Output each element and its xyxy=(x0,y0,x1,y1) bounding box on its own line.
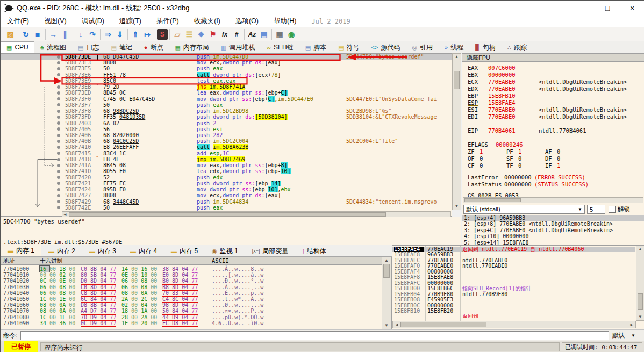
argument-count-stepper[interactable]: 5 ▲▼ xyxy=(587,205,605,214)
tab-breakpoints[interactable]: ●断点 xyxy=(138,41,169,53)
disasm-row[interactable]: 5D8F74278B08mov ecx,dword ptr ds:[eax] xyxy=(1,192,452,198)
disasm-row[interactable]: 5D8F73F0C745 0C E047C45Dmov dword ptr ss… xyxy=(1,96,452,102)
menu-item-4[interactable]: 插件(P) xyxy=(156,17,179,26)
breakpoint-dot[interactable] xyxy=(57,121,60,125)
argument-row[interactable]: 5: [esp+14] 15E8FAE8 xyxy=(462,240,644,245)
breakpoint-dot[interactable] xyxy=(57,182,60,185)
disasm-row[interactable]: 5D8F73F868 98BDC25Dpush im.5DC2BD985DC2B… xyxy=(1,108,452,114)
stop-icon[interactable]: ■ xyxy=(32,29,44,40)
tab-dump-3[interactable]: ▬内存 3 xyxy=(82,246,123,256)
breakpoint-dot[interactable] xyxy=(57,55,60,59)
close-button[interactable]: × xyxy=(620,1,644,16)
argument-row[interactable]: 2: [esp+8] 770EABE0 <ntdll.DbgUiRemoteBr… xyxy=(462,221,644,227)
stack-row[interactable]: 返回到 xyxy=(392,314,635,318)
run-until-icon[interactable]: ⇑ xyxy=(130,29,141,40)
breakpoint-dot[interactable] xyxy=(57,158,60,161)
breakpoint-dot[interactable] xyxy=(57,134,60,137)
tab-source[interactable]: <>源代码 xyxy=(366,41,406,53)
registers-hscrollbar[interactable] xyxy=(463,197,643,203)
disasm-row[interactable]: 5D8F741A8B45 08mov eax,dword ptr ss:[ebp… xyxy=(1,162,452,168)
disassembly-vscrollbar[interactable]: ▲ ▼ xyxy=(452,53,461,210)
tab-dump-4[interactable]: ▬内存 4 xyxy=(123,246,164,256)
disasm-row[interactable]: 5D8F740556push esi xyxy=(1,126,452,132)
menu-item-3[interactable]: 追踪(T) xyxy=(119,17,141,26)
comment-icon[interactable]: ☰ xyxy=(183,29,195,40)
disasm-row[interactable]: 5D8F742052push edx xyxy=(1,175,452,181)
registers-pane[interactable]: 隐藏FPU EAX007C6000EBX00000000ECX770EABE0<… xyxy=(462,53,644,245)
unlock-checkbox-row[interactable]: 解锁 xyxy=(609,205,630,213)
tab-watch-1[interactable]: ◉监视 1 xyxy=(205,246,245,256)
unlock-checkbox[interactable] xyxy=(609,206,616,213)
step-over-icon[interactable]: ↷ xyxy=(87,29,98,40)
dump-row[interactable]: 770410801C 00 1E 0070 D9 04 7728 00 2A 0… xyxy=(1,314,391,320)
breakpoint-dot[interactable] xyxy=(57,61,60,64)
breakpoint-dot[interactable] xyxy=(57,110,60,113)
argument-row[interactable]: 4: [esp+10] 00000000 xyxy=(462,233,644,239)
dump-row[interactable]: 7704103006 00 08 00C0 8D 04 7706 00 08 0… xyxy=(1,284,391,290)
globe-icon[interactable]: ◉ xyxy=(285,29,297,40)
disasm-row[interactable]: 5D8F740B68 04C0C25Dpush im.5DC2C0045DC2C… xyxy=(1,138,452,144)
disasm-row[interactable]: 5D8F73E985C0test eax,eax xyxy=(1,78,452,84)
tab-references[interactable]: ◎引用 xyxy=(406,41,439,53)
tab-dump-2[interactable]: ▬内存 2 xyxy=(41,246,82,256)
tab-dump-5[interactable]: ▬内存 5 xyxy=(164,246,205,256)
stack-row[interactable]: 15E8FB0015E8FB6C指向SEH_Record[1]的指针 xyxy=(392,286,635,291)
breakpoint-dot[interactable] xyxy=(57,194,60,197)
disasm-row[interactable]: 5D8F74036A 02push 2 xyxy=(1,120,452,126)
breakpoint-dot[interactable] xyxy=(57,170,60,173)
tab-dump-1[interactable]: ▬内存 1 xyxy=(1,245,41,256)
register-ebx[interactable]: EBX00000000 xyxy=(462,71,644,78)
back-to-user-icon[interactable]: ↦ xyxy=(141,29,153,40)
disasm-row[interactable]: 5D8F7424895D F0mov dword ptr ss:[ebp-10]… xyxy=(1,186,452,192)
menu-item-2[interactable]: 调试(D) xyxy=(82,17,104,26)
hide-fpu-button[interactable]: 隐藏FPU xyxy=(462,54,644,62)
disasm-row[interactable]: 5D8F742E50push eax xyxy=(1,205,452,211)
dump-row[interactable]: 770410200C 00 0E 00D0 8D 04 7706 00 08 0… xyxy=(1,278,391,284)
disasm-row[interactable]: 5D8F7421FF75 ECpush dword ptr ss:[ebp-14… xyxy=(1,181,452,186)
disasm-row[interactable]: 5D8F73DE68 D047C45Dpush im.5DC447D05DC44… xyxy=(1,54,452,60)
minimize-button[interactable]: – xyxy=(570,1,595,16)
breakpoint-dot[interactable] xyxy=(57,91,60,95)
scylla-icon[interactable]: S xyxy=(157,29,168,40)
dump-row[interactable]: 7704104006 00 08 00C8 8D 04 7708 00 0A 0… xyxy=(1,290,391,296)
stack-hscrollbar[interactable]: ◄ ► xyxy=(392,321,636,328)
register-esi[interactable]: ESI770EABE0<ntdll.DbgUiRemoteBreakin> xyxy=(462,106,644,113)
tab-handles[interactable]: ▊句柄 xyxy=(469,41,501,53)
tab-log[interactable]: ▤日志 xyxy=(72,41,105,53)
dump-row[interactable]: 7704109034 00 36 000C D9 04 771E 00 20 0… xyxy=(1,320,391,326)
breakpoint-dot[interactable] xyxy=(57,67,60,70)
disasm-row[interactable]: 5D8F73E38B08mov ecx,dword ptr ds:[eax] xyxy=(1,60,452,66)
open-file-icon[interactable]: ▨ xyxy=(4,29,16,40)
tab-symbols[interactable]: ▤符号 xyxy=(332,41,365,53)
breakpoint-dot[interactable] xyxy=(57,140,60,143)
disasm-row[interactable]: 5D8F741D8D55 F0lea edx,dword ptr ss:[ebp… xyxy=(1,168,452,174)
menu-item-5[interactable]: 收藏夹(I) xyxy=(194,17,220,26)
command-mode-select[interactable]: 默认 ▼ xyxy=(610,331,643,340)
disasm-row[interactable]: 5D8F73E6FF51 78call dword ptr ds:[ecx+78… xyxy=(1,72,452,78)
tab-locals[interactable]: [x=]局部变量 xyxy=(245,246,296,256)
breakpoint-dot[interactable] xyxy=(57,200,60,203)
run-icon[interactable]: → xyxy=(47,29,59,40)
breakpoint-dot[interactable] xyxy=(57,73,60,76)
execute-till-return-icon[interactable]: ⇓ xyxy=(114,29,126,40)
bookmark-icon[interactable]: ⚑ xyxy=(207,29,219,40)
disasm-row[interactable]: 5D8F741583C4 1Cadd esp,1C xyxy=(1,150,452,156)
disasm-row[interactable]: 5D8F73EBˇ79 2Djns im.5D8F741A xyxy=(1,84,452,90)
register-edx[interactable]: EDX770EABE0<ntdll.DbgUiRemoteBreakin> xyxy=(462,85,644,92)
stack-pane[interactable]: 15E8FAE4770EAC19返回到 ntdll.770EAC19 自 ntd… xyxy=(392,245,644,329)
calling-convention-select[interactable]: 默认 (stdcall) ▼ xyxy=(463,205,585,214)
breakpoint-dot[interactable] xyxy=(57,97,60,100)
breakpoint-dot[interactable] xyxy=(57,164,60,167)
register-eax[interactable]: EAX007C6000 xyxy=(462,64,644,71)
register-ebp[interactable]: EBP15E8FB10 xyxy=(462,92,644,99)
disassembly-pane[interactable]: 5D8F73DE68 D047C45Dpush im.5DC447D05DC44… xyxy=(1,53,452,217)
tab-graph[interactable]: ♣流程图 xyxy=(34,41,72,53)
tab-threads[interactable]: »线程 xyxy=(439,41,469,53)
breakpoint-dot[interactable] xyxy=(57,85,60,89)
tab-seh[interactable]: ∞SEH链 xyxy=(261,41,299,53)
disasm-row[interactable]: 5D8F742968 3448C45Dpush im.5DC448345DC44… xyxy=(1,199,452,205)
tab-memory-map[interactable]: ▦内存布局 xyxy=(169,41,214,53)
stack-row[interactable]: 15E8FB08F45905E3 xyxy=(392,297,635,303)
dump-row[interactable]: 7704100016 00 18 00C0 8B 04 7714 00 16 0… xyxy=(1,266,391,272)
step-into-icon[interactable]: ↓ xyxy=(75,29,87,40)
